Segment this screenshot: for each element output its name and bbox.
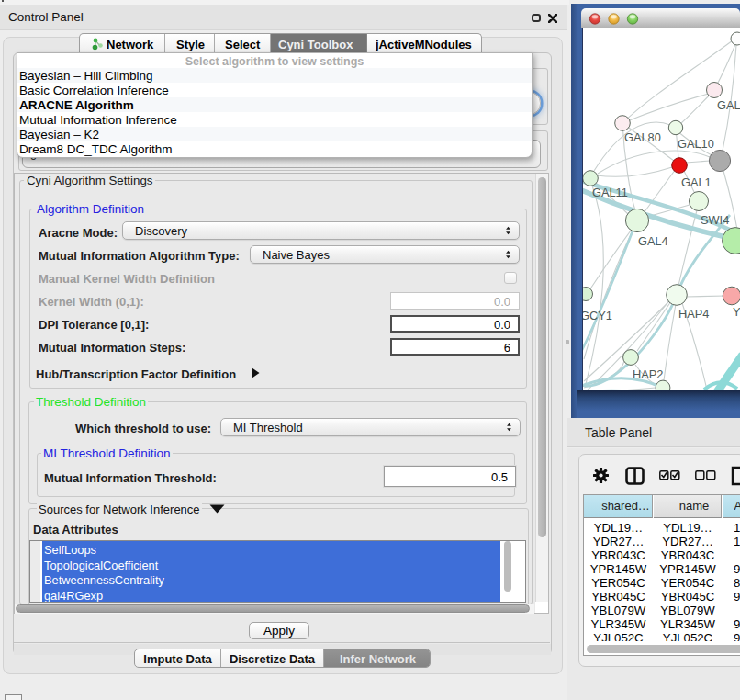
svg-text:YD: YD (733, 305, 740, 319)
svg-text:HAP4: HAP4 (678, 307, 709, 321)
svg-text:SWI4: SWI4 (701, 213, 729, 227)
svg-text:GAL11: GAL11 (592, 186, 628, 199)
svg-text:HAP2: HAP2 (633, 367, 663, 381)
svg-text:GAL80: GAL80 (624, 130, 661, 144)
svg-text:GAL7: GAL7 (717, 98, 740, 112)
svg-text:GCY1: GCY1 (583, 309, 612, 322)
svg-text:GAL1: GAL1 (681, 175, 712, 189)
svg-text:GAL4: GAL4 (638, 234, 668, 248)
svg-text:GAL10: GAL10 (678, 137, 714, 151)
